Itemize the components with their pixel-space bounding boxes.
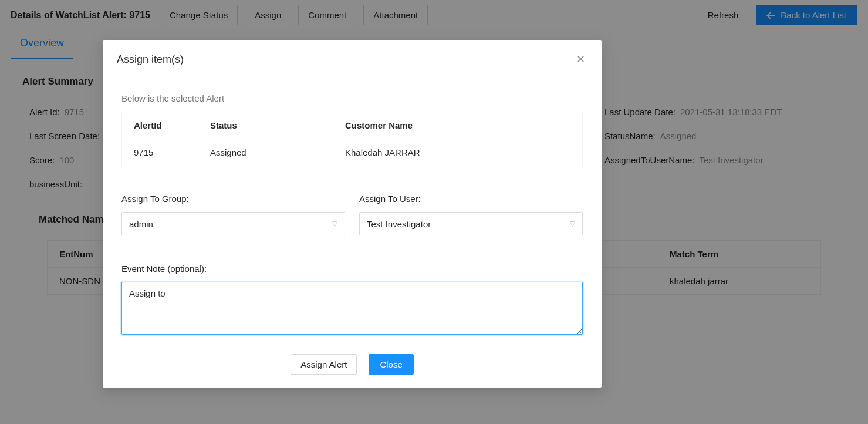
selected-alert-table: AlertId Status Customer Name 9715 Assign… [121,112,583,166]
close-icon[interactable]: ✕ [574,51,587,68]
assign-to-user-select[interactable]: Test Investigator ▽ [359,212,583,235]
assign-to-group-value: admin [129,219,153,229]
close-button[interactable]: Close [369,354,413,375]
assign-alert-button[interactable]: Assign Alert [291,354,357,375]
chevron-down-icon: ▽ [332,220,337,228]
assign-to-group-select[interactable]: admin ▽ [121,212,345,235]
event-note-textarea[interactable] [121,282,583,335]
col-alert-id: AlertId [122,112,198,139]
cell-alert-id: 9715 [122,139,198,166]
chevron-down-icon: ▽ [570,220,575,228]
modal-intro: Below is the selected Alert [121,93,583,103]
col-status: Status [198,112,333,139]
assign-to-user-value: Test Investigator [367,219,431,229]
assign-modal: Assign item(s) ✕ Below is the selected A… [103,40,602,388]
modal-title: Assign item(s) [117,53,184,66]
cell-customer-name: Khaledah JARRAR [333,139,582,166]
event-note-label: Event Note (optional): [121,264,583,274]
cell-status: Assigned [198,139,333,166]
table-row: 9715 Assigned Khaledah JARRAR [122,139,582,166]
col-customer-name: Customer Name [333,112,582,139]
assign-to-user-label: Assign To User: [359,194,583,204]
assign-to-group-label: Assign To Group: [121,194,345,204]
